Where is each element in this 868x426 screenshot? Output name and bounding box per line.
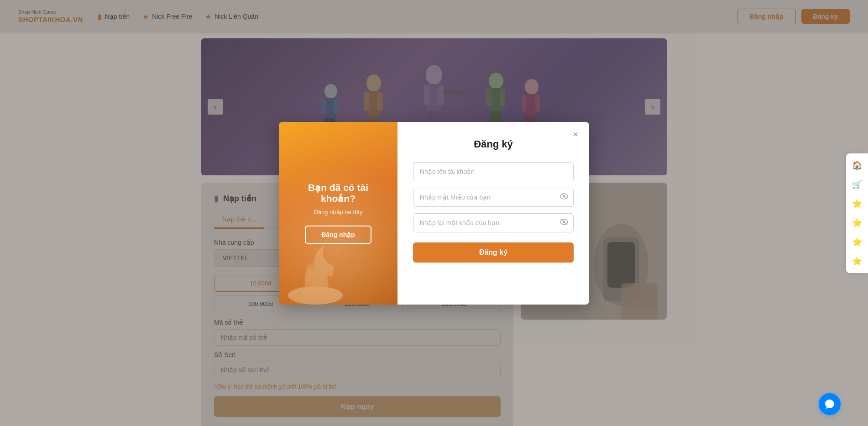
confirm-password-input[interactable]: [413, 213, 574, 232]
modal-right: × Đăng ký: [397, 122, 589, 305]
password-toggle-icon[interactable]: [560, 193, 568, 201]
confirm-password-toggle-icon[interactable]: [560, 219, 568, 227]
password-input[interactable]: [413, 188, 574, 207]
sidebar-star2-icon[interactable]: ⭐: [849, 215, 865, 231]
right-sidebar: 🏠 🛒 ⭐ ⭐ ⭐ ⭐: [846, 153, 868, 273]
username-group: [413, 162, 574, 181]
sidebar-star4-icon[interactable]: ⭐: [849, 253, 865, 269]
modal-left-title: Bạn đã có tài khoản?: [290, 182, 387, 204]
sidebar-star1-icon[interactable]: ⭐: [849, 195, 865, 212]
chat-bubble[interactable]: [819, 393, 841, 415]
modal-close-button[interactable]: ×: [569, 128, 582, 141]
username-input[interactable]: [413, 162, 574, 181]
modal-left-subtitle: Đăng nhập tại đây: [314, 209, 362, 216]
modal-title: Đăng ký: [413, 138, 574, 150]
svg-point-39: [305, 262, 325, 288]
modal-container: Bạn đã có tài khoản? Đăng nhập tại đây Đ…: [279, 122, 589, 305]
sidebar-shop-icon[interactable]: 🛒: [849, 176, 865, 193]
sidebar-home-icon[interactable]: 🏠: [849, 157, 865, 174]
modal-decoration: [279, 241, 352, 305]
modal-left: Bạn đã có tài khoản? Đăng nhập tại đây Đ…: [279, 122, 397, 305]
modal-login-button[interactable]: Đăng nhập: [305, 226, 371, 244]
confirm-password-group: [413, 213, 574, 232]
modal-overlay[interactable]: Bạn đã có tài khoản? Đăng nhập tại đây Đ…: [0, 0, 868, 426]
modal-register-button[interactable]: Đăng ký: [413, 242, 574, 263]
sidebar-star3-icon[interactable]: ⭐: [849, 234, 865, 250]
password-group: [413, 188, 574, 207]
